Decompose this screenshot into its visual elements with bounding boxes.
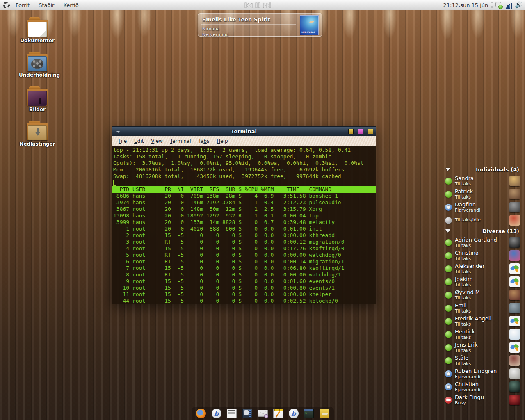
buddy-item-fredrik-angell[interactable]: Fredrik AngellTil taks	[444, 315, 521, 328]
buddy-name: Sandra	[455, 175, 474, 181]
avatar	[509, 263, 520, 274]
terminal-menu-terminal[interactable]: Terminal	[167, 137, 194, 145]
desktop-icon-nedlastinger[interactable]: Nedlastinger	[19, 123, 56, 156]
avatar	[509, 342, 520, 353]
media-pause-button[interactable]	[255, 2, 260, 8]
clock[interactable]: 21:12,sun 15 jún	[443, 2, 488, 8]
buddy-group-header-diverse-13[interactable]: Diverse (13)	[444, 227, 521, 235]
avatar	[509, 189, 520, 199]
buddy-status-text: Busy	[455, 400, 484, 406]
buddy-item-dagfinn[interactable]: DagfinnFjarverandi	[444, 201, 521, 214]
collapse-triangle-icon[interactable]	[445, 229, 450, 233]
buddy-name: Ruben Lindgren	[455, 368, 497, 374]
buddy-status-text: Til taks/Idle	[455, 217, 481, 223]
avatar	[509, 395, 520, 405]
status-available-icon	[445, 252, 452, 259]
top-header-row: PID USER PR NI VIRT RES SHR S %CPU %MEM …	[112, 186, 376, 193]
album-art: NIRVANA	[300, 15, 319, 35]
buddy-item-christian[interactable]: ChristianFjarverandi	[444, 381, 521, 394]
menu-places[interactable]: Staðir	[35, 1, 58, 9]
terminal-titlebar[interactable]: Terminal	[112, 127, 376, 136]
status-available-icon	[445, 191, 452, 198]
buddy-item-joakim[interactable]: JoakimTil taks	[444, 276, 521, 289]
desktop-icon-label: Bilder	[19, 107, 56, 112]
avatar	[509, 303, 520, 313]
dock-banshee-icon[interactable]: b	[212, 409, 221, 418]
network-signal-icon[interactable]	[506, 2, 512, 9]
avatar	[509, 329, 520, 340]
dock-video-app-icon[interactable]	[242, 409, 252, 418]
buddy-name: Christian	[455, 381, 480, 387]
dock-file-archive-icon[interactable]	[320, 409, 329, 418]
buddy-item-ruben-lindgren[interactable]: Ruben LindgrenFjarverandi	[444, 368, 521, 381]
terminal-menu-help[interactable]: Help	[213, 137, 231, 145]
desktop-icon-label: Nedlastinger	[19, 141, 56, 147]
buddy-item-dark-pingu[interactable]: Dark PinguBusy	[444, 394, 521, 407]
buddy-item-aleksander[interactable]: AleksanderTil taks	[444, 262, 521, 276]
distro-logo-icon[interactable]	[2, 1, 10, 9]
top-summary: top - 21:12:31 up 2 days, 1:35, 2 users,…	[113, 147, 376, 180]
dock-notes-icon[interactable]	[273, 409, 283, 418]
buddy-item-emil[interactable]: EmilTil taks	[444, 302, 521, 315]
status-idle-icon	[445, 217, 452, 224]
status-away-icon	[445, 204, 452, 211]
terminal-menu-tabs[interactable]: Tabs	[195, 137, 213, 145]
buddy-status-text: Til taks	[455, 308, 471, 314]
desktop-icon-underholdning[interactable]: Underholdning	[19, 54, 56, 87]
album-art-label: NIRVANA	[301, 31, 315, 34]
buddy-status-text: Til taks	[455, 322, 491, 327]
terminal-menu-file[interactable]: File	[115, 137, 130, 145]
menu-applications[interactable]: Forrit	[12, 1, 33, 9]
desktop-icon-bilder[interactable]: Bilder	[19, 89, 56, 121]
status-available-icon	[445, 265, 452, 272]
status-available-icon	[445, 278, 452, 285]
buddy-status-text: Til taks	[455, 348, 478, 353]
avatar	[509, 355, 520, 366]
close-button[interactable]	[368, 129, 373, 134]
track-artist: Nirvana	[202, 26, 220, 32]
buddy-status-text: Til taks	[455, 361, 471, 366]
buddy-item-christina[interactable]: ChristinaTil taks	[444, 249, 521, 262]
collapse-triangle-icon[interactable]	[445, 168, 450, 171]
volume-icon[interactable]: 🔊	[515, 2, 523, 8]
dock-news-reader-icon[interactable]	[227, 409, 237, 418]
buddy-item-patrick[interactable]: PatrickTil taks	[444, 188, 521, 201]
desktop-icons: DokumenterUnderholdningBilderNedlastinge…	[19, 18, 56, 156]
media-next-button[interactable]	[263, 2, 271, 8]
status-available-icon	[445, 357, 452, 364]
maximize-button[interactable]	[358, 129, 363, 134]
dock-firefox-icon[interactable]	[196, 409, 206, 418]
buddy-status-text: Til taks	[455, 256, 479, 261]
terminal-menu-edit[interactable]: Edit	[131, 137, 147, 145]
terminal-menu-view[interactable]: View	[148, 137, 166, 145]
avatar	[509, 368, 520, 379]
buddy-item-st-le[interactable]: StåleTil taks	[444, 354, 521, 368]
buddy-name: Fredrik Angell	[455, 315, 491, 322]
buddy-status-text: Til taks	[455, 295, 480, 301]
avatar	[509, 276, 520, 287]
buddy-status-text: Til taks	[455, 181, 474, 187]
media-previous-button[interactable]	[244, 2, 253, 8]
avatar	[509, 381, 520, 392]
desktop-icon-dokumenter[interactable]: Dokumenter	[19, 20, 56, 52]
dock-terminal-icon[interactable]: >_	[304, 409, 314, 418]
buddy-item-adrian-gartland[interactable]: Adrian GartlandTil taks	[444, 236, 521, 249]
buddy-name: Jens Erik	[455, 342, 478, 348]
buddy-name: Dark Pingu	[455, 394, 484, 400]
buddy-item-hentick[interactable]: HentickTil taks	[444, 328, 521, 341]
terminal-output[interactable]: top - 21:12:31 up 2 days, 1:35, 2 users,…	[112, 146, 376, 304]
buddy-name: Hentick	[455, 329, 475, 335]
chat-status-icon[interactable]	[495, 2, 503, 9]
terminal-menubar: FileEditViewTerminalTabsHelp	[112, 136, 376, 146]
buddy-item-sandra[interactable]: SandraTil taks	[444, 175, 521, 188]
track-album: Nervermind	[202, 32, 229, 37]
buddy-item-yvind-m[interactable]: Øyvind MTil taks	[444, 289, 521, 302]
minimize-button[interactable]	[348, 129, 354, 134]
menu-system[interactable]: Kerfið	[59, 1, 82, 9]
buddy-item-til-taks-idle[interactable]: Til taks/Idle	[444, 214, 521, 227]
buddy-item-jens-erik[interactable]: Jens ErikTil taks	[444, 341, 521, 354]
dock-banshee-2-icon[interactable]: b	[289, 409, 299, 418]
buddy-group-header-individuals-4[interactable]: Individuals (4)	[444, 166, 521, 174]
dock-email-icon[interactable]	[258, 409, 268, 418]
dock: bb>_	[192, 407, 334, 420]
